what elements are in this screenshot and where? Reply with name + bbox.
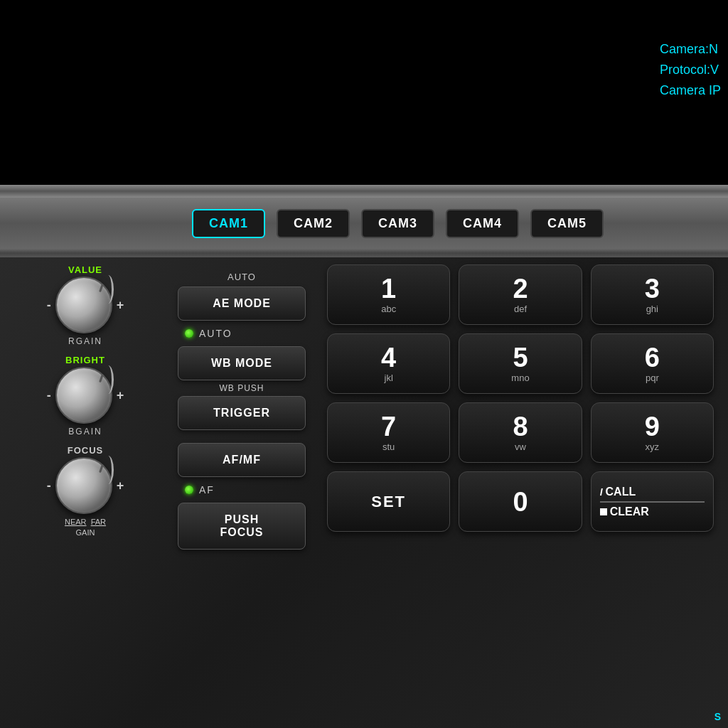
buttons-section: AUTO AE MODE AUTO WB MODE WB PUSH TRIGGE… (171, 257, 313, 728)
trigger-button[interactable]: TRIGGER (178, 396, 306, 430)
ae-auto-indicator: AUTO (178, 323, 306, 343)
square-icon (600, 508, 607, 515)
numpad-section: 1 abc 2 def 3 ghi 4 jkl 5 mno 6 pq (313, 257, 728, 728)
af-led (185, 486, 193, 494)
bgain-minus[interactable]: - (47, 388, 51, 403)
call-line: I CALL (600, 486, 636, 498)
num-8-button[interactable]: 8 vw (459, 402, 582, 463)
call-clear-button[interactable]: I CALL CLEAR (591, 471, 714, 532)
bgain-knob-row: - + (47, 367, 124, 424)
cam5-button[interactable]: CAM5 (530, 209, 604, 238)
num-4-button[interactable]: 4 jkl (327, 333, 450, 394)
focus-label-top: FOCUS (68, 445, 104, 456)
num-5-button[interactable]: 5 mno (459, 333, 582, 394)
rgain-minus[interactable]: - (47, 298, 51, 313)
rgain-plus[interactable]: + (117, 298, 124, 313)
bgain-knob[interactable] (55, 367, 112, 424)
num-9-button[interactable]: 9 xyz (591, 402, 714, 463)
num-0-button[interactable]: 0 (459, 471, 582, 532)
num-7-button[interactable]: 7 stu (327, 402, 450, 463)
focus-knob[interactable] (55, 457, 112, 514)
rgain-label-bottom: RGAIN (68, 336, 102, 346)
rgain-knob[interactable] (55, 277, 112, 333)
camera-info-line3: Camera IP (660, 80, 721, 101)
top-area: Camera:N Protocol:V Camera IP (0, 0, 728, 185)
numpad-grid: 1 abc 2 def 3 ghi 4 jkl 5 mno 6 pq (327, 264, 714, 532)
af-indicator: AF (178, 480, 306, 500)
focus-arc (102, 456, 114, 484)
num-6-button[interactable]: 6 pqr (591, 333, 714, 394)
focus-minus[interactable]: - (47, 478, 51, 493)
focus-plus[interactable]: + (117, 478, 124, 493)
focus-knob-group: FOCUS - + NEAR FARGAIN (14, 445, 156, 539)
separator-bar-bottom (0, 249, 728, 257)
cam-bar: CAM1 CAM2 CAM3 CAM4 CAM5 (0, 198, 728, 249)
cam3-button[interactable]: CAM3 (361, 209, 434, 238)
camera-info-line2: Protocol:V (660, 60, 721, 80)
num-2-button[interactable]: 2 def (459, 264, 582, 325)
wb-push-label: WB PUSH (178, 383, 306, 393)
clear-line: CLEAR (600, 501, 705, 518)
camera-info: Camera:N Protocol:V Camera IP (660, 39, 721, 100)
bgain-label-bottom: BGAIN (68, 427, 102, 437)
s-label: S (714, 711, 721, 722)
bgain-label-top: BRIGHT (65, 355, 105, 365)
main-panel: VALUE - + RGAIN BRIGHT - + BGAIN (0, 257, 728, 728)
rgain-knob-group: VALUE - + RGAIN (14, 264, 156, 346)
cam2-button[interactable]: CAM2 (277, 209, 350, 238)
rgain-arc (102, 275, 114, 304)
ae-auto-label: AUTO (199, 328, 232, 339)
bgain-arc (102, 365, 114, 394)
ae-mode-button[interactable]: AE MODE (178, 287, 306, 321)
focus-knob-row: - + (47, 457, 124, 514)
num-3-button[interactable]: 3 ghi (591, 264, 714, 325)
rgain-knob-row: - + (47, 277, 124, 333)
cam4-button[interactable]: CAM4 (446, 209, 519, 238)
cam1-button[interactable]: CAM1 (192, 209, 265, 238)
set-button[interactable]: SET (327, 471, 450, 532)
bgain-knob-group: BRIGHT - + BGAIN (14, 355, 156, 437)
focus-label-bottom: NEAR FARGAIN (65, 517, 106, 539)
push-focus-button[interactable]: PUSHFOCUS (178, 503, 306, 550)
ae-auto-led (185, 329, 193, 338)
bgain-plus[interactable]: + (117, 388, 124, 403)
separator-bar-top (0, 185, 728, 198)
wb-mode-button[interactable]: WB MODE (178, 346, 306, 380)
af-mf-button[interactable]: AF/MF (178, 443, 306, 477)
rgain-label-top: VALUE (68, 264, 102, 275)
ae-mode-label: AUTO (178, 272, 306, 282)
camera-info-line1: Camera:N (660, 39, 721, 60)
af-label: AF (199, 484, 215, 496)
num-1-button[interactable]: 1 abc (327, 264, 450, 325)
knobs-section: VALUE - + RGAIN BRIGHT - + BGAIN (0, 257, 171, 728)
